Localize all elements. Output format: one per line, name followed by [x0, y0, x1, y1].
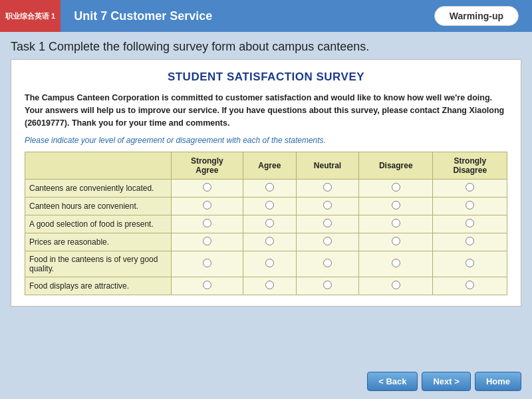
radio-cell[interactable] [359, 215, 433, 233]
radio-cell[interactable] [172, 215, 243, 233]
radio-cell[interactable] [359, 277, 433, 295]
footer-nav: < Back Next > Home [367, 372, 521, 391]
radio-cell[interactable] [243, 215, 296, 233]
table-row: Prices are reasonable. [25, 233, 507, 251]
radio-cell[interactable] [359, 251, 433, 277]
radio-cell[interactable] [243, 180, 296, 198]
statement-cell: Food displays are attractive. [25, 277, 172, 295]
survey-instruction: Please indicate your level of agreement … [25, 136, 507, 145]
task-label: Task 1 Complete the following survey for… [0, 32, 532, 59]
radio-cell[interactable] [243, 233, 296, 251]
table-row: Canteens are conveniently located. [25, 180, 507, 198]
survey-table: StronglyAgree Agree Neutral Disagree Str… [25, 152, 507, 295]
radio-cell[interactable] [359, 180, 433, 198]
survey-card: STUDENT SATISFACTION SURVEY The Campus C… [11, 59, 521, 307]
section-badge: Warming-up [434, 6, 519, 26]
survey-intro: The Campus Canteen Corporation is commit… [25, 92, 507, 129]
radio-cell[interactable] [172, 180, 243, 198]
radio-cell[interactable] [433, 180, 507, 198]
radio-cell[interactable] [297, 198, 359, 215]
radio-cell[interactable] [359, 198, 433, 215]
logo: 职业综合 英语 1 [0, 0, 61, 32]
col-header-strongly-disagree: StronglyDisagree [433, 152, 507, 180]
radio-cell[interactable] [172, 233, 243, 251]
next-button[interactable]: Next > [422, 372, 470, 391]
col-header-agree: Agree [243, 152, 296, 180]
table-row: Canteen hours are convenient. [25, 198, 507, 215]
radio-cell[interactable] [172, 277, 243, 295]
logo-line2: 英语 1 [35, 11, 55, 21]
statement-cell: Canteens are conveniently located. [25, 180, 172, 198]
table-row: Food displays are attractive. [25, 277, 507, 295]
statement-cell: Prices are reasonable. [25, 233, 172, 251]
col-header-neutral: Neutral [297, 152, 359, 180]
col-header-statement [25, 152, 172, 180]
radio-cell[interactable] [243, 251, 296, 277]
radio-cell[interactable] [297, 180, 359, 198]
table-row: A good selection of food is present. [25, 215, 507, 233]
radio-cell[interactable] [433, 198, 507, 215]
radio-cell[interactable] [297, 277, 359, 295]
radio-cell[interactable] [433, 277, 507, 295]
radio-cell[interactable] [433, 251, 507, 277]
radio-cell[interactable] [433, 215, 507, 233]
unit-title: Unit 7 Customer Service [61, 9, 434, 23]
radio-cell[interactable] [433, 233, 507, 251]
col-header-disagree: Disagree [359, 152, 433, 180]
table-row: Food in the canteens is of very good qua… [25, 251, 507, 277]
radio-cell[interactable] [297, 251, 359, 277]
radio-cell[interactable] [359, 233, 433, 251]
radio-cell[interactable] [243, 277, 296, 295]
statement-cell: Canteen hours are convenient. [25, 198, 172, 215]
radio-cell[interactable] [172, 198, 243, 215]
radio-cell[interactable] [297, 215, 359, 233]
radio-cell[interactable] [172, 251, 243, 277]
logo-line1: 职业综合 [5, 11, 35, 21]
survey-title: STUDENT SATISFACTION SURVEY [25, 70, 507, 84]
home-button[interactable]: Home [475, 372, 521, 391]
statement-cell: Food in the canteens is of very good qua… [25, 251, 172, 277]
back-button[interactable]: < Back [367, 372, 418, 391]
col-header-strongly-agree: StronglyAgree [172, 152, 243, 180]
radio-cell[interactable] [243, 198, 296, 215]
statement-cell: A good selection of food is present. [25, 215, 172, 233]
radio-cell[interactable] [297, 233, 359, 251]
header: 职业综合 英语 1 Unit 7 Customer Service Warmin… [0, 0, 532, 32]
